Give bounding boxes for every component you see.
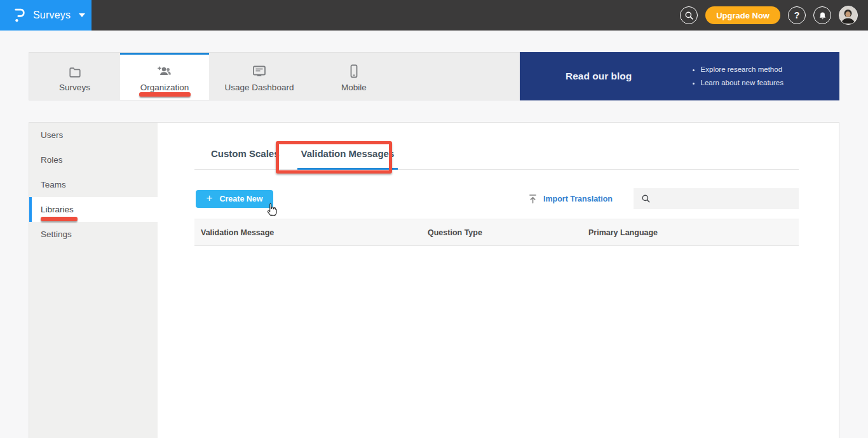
library-tabs: Custom Scales Validation Messages <box>194 144 799 170</box>
questionpro-logo-icon <box>14 6 26 25</box>
user-avatar[interactable] <box>839 6 858 25</box>
column-header-validation-message: Validation Message <box>194 228 421 237</box>
column-header-question-type: Question Type <box>421 228 582 237</box>
folder-icon <box>67 62 83 79</box>
sidebar-item-label: Users <box>41 130 63 140</box>
avatar-photo <box>839 6 857 24</box>
annotation-underline-organization <box>139 92 191 97</box>
list-toolbar: + Create New Import Translation <box>194 188 799 209</box>
sidebar-item-libraries[interactable]: Libraries <box>29 197 158 222</box>
dashboard-icon <box>251 62 268 79</box>
tab-custom-scales[interactable]: Custom Scales <box>194 144 296 169</box>
promo-bullet-list: Explore research method Learn about new … <box>692 63 783 90</box>
sidebar-item-settings[interactable]: Settings <box>29 222 158 247</box>
chevron-down-icon <box>79 13 85 17</box>
product-name: Surveys <box>33 10 71 21</box>
table-header-row: Validation Message Question Type Primary… <box>194 219 799 246</box>
list-search-field[interactable] <box>634 188 799 209</box>
mobile-icon <box>346 62 362 79</box>
primary-nav-row: Surveys Organization Usage Dashboard Mob… <box>29 52 839 100</box>
nav-tab-usage-dashboard[interactable]: Usage Dashboard <box>209 53 309 100</box>
topbar-actions: Upgrade Now ? <box>680 6 868 25</box>
search-icon <box>684 11 694 20</box>
product-switcher[interactable]: Surveys <box>0 0 92 31</box>
notifications-button[interactable] <box>813 6 831 24</box>
nav-tab-label: Surveys <box>59 83 90 92</box>
sidebar-item-label: Teams <box>41 180 66 189</box>
people-add-icon <box>156 62 173 79</box>
upgrade-now-button[interactable]: Upgrade Now <box>705 6 780 24</box>
nav-tab-organization[interactable]: Organization <box>120 53 209 100</box>
sidebar-item-label: Libraries <box>41 205 74 214</box>
import-icon <box>528 194 538 204</box>
help-button[interactable]: ? <box>788 6 806 24</box>
search-icon <box>641 194 651 203</box>
promo-bullet: Learn about new features <box>701 76 783 90</box>
search-input[interactable] <box>656 194 783 203</box>
nav-tab-surveys[interactable]: Surveys <box>29 53 120 100</box>
sidebar-item-teams[interactable]: Teams <box>29 172 158 197</box>
promo-bullet: Explore research method <box>701 63 783 76</box>
plus-icon: + <box>206 193 212 203</box>
nav-tab-label: Organization <box>140 83 189 92</box>
sidebar-item-users[interactable]: Users <box>29 123 158 147</box>
topbar: Surveys Upgrade Now ? <box>0 0 868 31</box>
search-button[interactable] <box>680 6 698 24</box>
nav-tab-label: Usage Dashboard <box>225 83 294 92</box>
nav-tab-label: Mobile <box>341 83 367 92</box>
promo-title: Read our blog <box>566 71 632 82</box>
org-sidebar: Users Roles Teams Libraries Settings <box>29 123 158 438</box>
nav-tab-mobile[interactable]: Mobile <box>309 53 398 100</box>
import-translation-label: Import Translation <box>543 195 613 203</box>
bell-icon <box>818 11 827 20</box>
organization-panel: Users Roles Teams Libraries Settings Cus… <box>29 122 839 438</box>
create-new-label: Create New <box>219 195 262 203</box>
annotation-underline-libraries <box>41 217 78 221</box>
sidebar-item-label: Settings <box>41 229 72 239</box>
sidebar-item-roles[interactable]: Roles <box>29 147 158 172</box>
column-header-primary-language: Primary Language <box>582 228 799 237</box>
blog-promo-banner[interactable]: Read our blog Explore research method Le… <box>520 52 839 100</box>
import-translation-link[interactable]: Import Translation <box>528 194 613 204</box>
libraries-content: Custom Scales Validation Messages + Crea… <box>158 123 839 438</box>
create-new-button[interactable]: + Create New <box>196 190 273 208</box>
sidebar-item-label: Roles <box>41 155 63 165</box>
tab-validation-messages[interactable]: Validation Messages <box>296 144 400 169</box>
primary-nav-tabs: Surveys Organization Usage Dashboard Mob… <box>29 52 520 100</box>
